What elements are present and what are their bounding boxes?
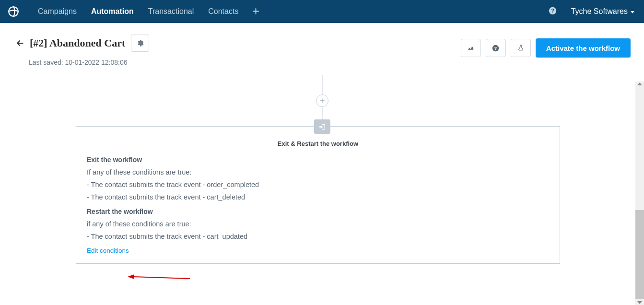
exit-restart-card[interactable]: Exit & Restart the workflow Exit the wor… — [76, 126, 560, 264]
exit-condition: - The contact submits the track event - … — [87, 193, 549, 201]
caret-down-icon — [631, 11, 634, 13]
account-label: Tyche Softwares — [571, 7, 628, 16]
nav-automation[interactable]: Automation — [84, 0, 141, 23]
nav-add-button[interactable] — [246, 7, 266, 16]
back-arrow-icon[interactable] — [15, 38, 25, 48]
scroll-up-icon[interactable] — [637, 82, 642, 85]
restart-subtext: if any of these conditions are true: — [87, 220, 549, 228]
nav-campaigns[interactable]: Campaigns — [31, 0, 84, 23]
settings-button[interactable] — [131, 35, 149, 52]
activate-workflow-button[interactable]: Activate the workflow — [536, 38, 631, 58]
page-header: [#2] Abandoned Cart Last saved: 10-01-20… — [0, 23, 644, 75]
nav-contacts[interactable]: Contacts — [201, 0, 246, 23]
exit-node-icon[interactable] — [314, 119, 330, 134]
svg-point-0 — [9, 7, 18, 16]
exit-condition: - The contact submits the track event - … — [87, 181, 549, 188]
card-title: Exit & Restart the workflow — [87, 140, 549, 147]
test-button[interactable] — [511, 39, 531, 57]
brand-logo[interactable] — [7, 5, 20, 18]
exit-heading: Exit the workflow — [87, 156, 549, 164]
page-title: [#2] Abandoned Cart — [30, 37, 125, 49]
last-saved-label: Last saved: 10-01-2022 12:08:06 — [29, 59, 149, 66]
annotation-arrow — [128, 273, 190, 282]
svg-line-5 — [133, 277, 190, 279]
svg-text:?: ? — [494, 46, 497, 50]
stats-button[interactable] — [461, 39, 481, 57]
connector-line — [322, 75, 322, 94]
restart-condition: - The contact submits the track event - … — [87, 233, 549, 240]
scroll-down-icon[interactable] — [637, 301, 642, 304]
help-icon[interactable]: ? — [549, 7, 557, 17]
exit-subtext: If any of these conditions are true: — [87, 168, 549, 176]
vertical-scrollbar[interactable] — [635, 82, 644, 305]
restart-heading: Restart the workflow — [87, 208, 549, 215]
svg-marker-6 — [128, 274, 134, 279]
edit-conditions-link[interactable]: Edit conditions — [87, 247, 129, 254]
top-nav: Campaigns Automation Transactional Conta… — [0, 0, 644, 23]
nav-items: Campaigns Automation Transactional Conta… — [31, 0, 266, 23]
nav-transactional[interactable]: Transactional — [141, 0, 201, 23]
add-step-button[interactable] — [316, 94, 328, 107]
help-button[interactable]: ? — [486, 39, 506, 57]
svg-text:?: ? — [551, 8, 554, 13]
scroll-thumb[interactable] — [635, 210, 644, 299]
workflow-canvas[interactable]: Exit & Restart the workflow Exit the wor… — [0, 75, 644, 300]
account-menu[interactable]: Tyche Softwares — [571, 7, 634, 16]
